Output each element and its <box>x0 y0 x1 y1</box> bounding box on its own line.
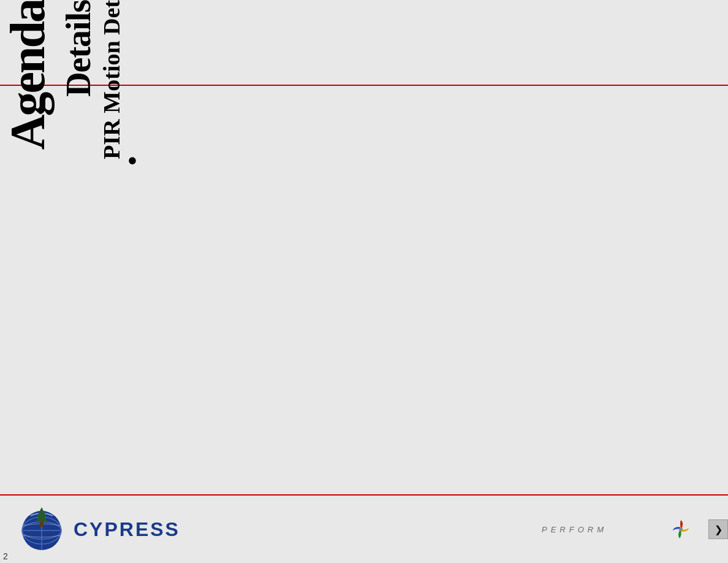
bullet-point: • <box>125 0 137 175</box>
agenda-text: Agenda <box>0 0 59 156</box>
footer-right: PERFORM ❯ <box>542 517 728 542</box>
page-number: 2 <box>3 551 8 561</box>
cypress-globe-icon <box>18 505 67 554</box>
nav-next-button[interactable]: ❯ <box>708 519 728 539</box>
details-text: Details <box>59 0 98 100</box>
cypress-logo: CYPRESS <box>18 505 180 554</box>
windmill-icon <box>669 517 693 542</box>
svg-rect-7 <box>40 522 44 527</box>
perform-label: PERFORM <box>542 525 607 534</box>
cypress-brand-name: CYPRESS <box>74 518 180 541</box>
svg-point-8 <box>679 527 683 531</box>
pir-motion-text: PIR Motion Det <box>98 0 125 163</box>
main-content-area: Agenda Details PIR Motion Det • <box>0 0 137 196</box>
footer: CYPRESS PERFORM ❯ <box>0 496 728 563</box>
